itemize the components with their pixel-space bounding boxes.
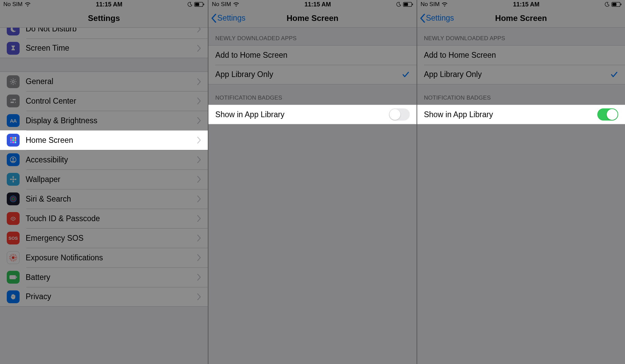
expo-icon <box>7 251 20 264</box>
svg-point-3 <box>12 80 14 82</box>
settings-row-siri-search[interactable]: Siri & Search <box>0 189 208 209</box>
battery-icon <box>7 271 20 284</box>
svg-rect-42 <box>412 4 413 5</box>
settings-row-label: Screen Time <box>26 44 197 53</box>
settings-row-display-brightness[interactable]: AADisplay & Brightness <box>0 111 208 130</box>
option-label: App Library Only <box>424 70 610 79</box>
section-header-newly-downloaded: NEWLY DOWNLOADED APPS <box>417 28 625 45</box>
toggle-label: Show in App Library <box>424 110 597 119</box>
settings-row-label: Display & Brightness <box>26 116 197 125</box>
toggle-knob <box>607 109 618 120</box>
toggle-knob <box>390 109 400 120</box>
svg-rect-18 <box>15 137 16 139</box>
back-label: Settings <box>426 14 454 23</box>
settings-row-screen-time[interactable]: Screen Time <box>0 38 208 58</box>
chevron-right-icon <box>197 28 201 32</box>
svg-point-35 <box>12 256 15 259</box>
svg-rect-22 <box>10 141 12 143</box>
settings-row-emergency-sos[interactable]: SOSEmergency SOS <box>0 228 208 248</box>
page-title: Settings <box>88 14 120 23</box>
svg-rect-21 <box>15 139 16 141</box>
settings-row-touch-id-passcode[interactable]: Touch ID & Passcode <box>0 209 208 228</box>
svg-rect-17 <box>12 137 14 139</box>
hand-icon <box>7 290 20 303</box>
chevron-right-icon <box>197 137 201 144</box>
option-label: App Library Only <box>215 70 401 79</box>
grid-icon <box>7 134 20 147</box>
svg-line-8 <box>11 79 11 80</box>
flower-icon <box>7 173 20 186</box>
svg-rect-23 <box>12 141 14 143</box>
svg-rect-24 <box>15 141 16 143</box>
status-bar: No SIM 11:15 AM <box>208 0 416 9</box>
settings-row-label: Exposure Notifications <box>26 253 197 262</box>
svg-rect-44 <box>612 3 616 6</box>
status-bar: No SIM 11:15 AM <box>0 0 208 9</box>
settings-row-label: Siri & Search <box>26 194 197 204</box>
section-header-newly-downloaded: NEWLY DOWNLOADED APPS <box>208 28 416 45</box>
settings-row-label: Home Screen <box>26 136 197 145</box>
row-show-in-app-library[interactable]: Show in App Library <box>417 105 625 124</box>
settings-row-home-screen[interactable]: Home Screen <box>0 130 208 150</box>
option-add-to-home-screen[interactable]: Add to Home Screen <box>208 45 416 65</box>
row-show-in-app-library[interactable]: Show in App Library <box>208 105 416 124</box>
settings-row-exposure-notifications[interactable]: Exposure Notifications <box>0 248 208 267</box>
chevron-right-icon <box>197 235 201 241</box>
svg-point-33 <box>11 197 15 201</box>
svg-rect-2 <box>203 4 204 5</box>
wifi-icon <box>25 2 31 7</box>
page-title: Home Screen <box>286 14 338 23</box>
back-button[interactable]: Settings <box>211 9 245 27</box>
svg-point-26 <box>12 158 14 160</box>
settings-row-label: Control Center <box>26 97 197 106</box>
finger-icon <box>7 212 20 225</box>
chevron-right-icon <box>197 176 201 183</box>
chevron-right-icon <box>197 78 201 85</box>
settings-row-do-not-disturb[interactable]: Do Not Disturb <box>0 28 208 38</box>
battery-icon <box>611 2 622 7</box>
svg-line-11 <box>11 83 11 84</box>
settings-row-label: Touch ID & Passcode <box>26 214 197 223</box>
page-title: Home Screen <box>495 14 547 23</box>
dnd-moon-icon <box>396 2 401 7</box>
show-in-app-library-toggle[interactable] <box>597 108 618 121</box>
svg-rect-41 <box>404 3 408 6</box>
nav-bar: SettingsHome Screen <box>208 9 416 28</box>
settings-row-label: Battery <box>26 273 197 282</box>
toggle-label: Show in App Library <box>215 110 389 119</box>
svg-point-27 <box>12 178 14 180</box>
section-header-notification-badges: NOTIFICATION BADGES <box>417 84 625 105</box>
settings-row-battery[interactable]: Battery <box>0 267 208 287</box>
chevron-right-icon <box>197 274 201 281</box>
svg-line-10 <box>15 79 16 80</box>
settings-row-label: Accessibility <box>26 155 197 164</box>
chevron-right-icon <box>197 45 201 52</box>
option-app-library-only[interactable]: App Library Only <box>208 65 416 84</box>
settings-row-accessibility[interactable]: Accessibility <box>0 150 208 170</box>
settings-row-wallpaper[interactable]: Wallpaper <box>0 170 208 189</box>
back-button[interactable]: Settings <box>420 9 454 27</box>
option-add-to-home-screen[interactable]: Add to Home Screen <box>417 45 625 65</box>
settings-row-label: Wallpaper <box>26 175 197 184</box>
option-app-library-only[interactable]: App Library Only <box>417 65 625 84</box>
settings-row-control-center[interactable]: Control Center <box>0 91 208 111</box>
dnd-moon-icon <box>605 2 609 7</box>
settings-row-general[interactable]: General <box>0 72 208 91</box>
hourglass-icon <box>7 42 20 55</box>
chevron-right-icon <box>197 215 201 222</box>
svg-point-30 <box>10 179 12 180</box>
switches-icon <box>7 95 20 107</box>
svg-rect-20 <box>12 139 14 141</box>
nav-bar: SettingsHome Screen <box>417 9 625 28</box>
svg-rect-19 <box>10 139 12 141</box>
person-icon <box>7 153 20 166</box>
carrier-text: No SIM <box>3 1 23 8</box>
SOS-icon: SOS <box>7 232 20 244</box>
carrier-text: No SIM <box>212 1 231 8</box>
settings-row-privacy[interactable]: Privacy <box>0 287 208 307</box>
chevron-right-icon <box>197 117 201 124</box>
status-bar: No SIM 11:15 AM <box>417 0 625 9</box>
moon-icon <box>7 28 20 35</box>
chevron-right-icon <box>197 156 201 163</box>
show-in-app-library-toggle[interactable] <box>389 108 410 121</box>
